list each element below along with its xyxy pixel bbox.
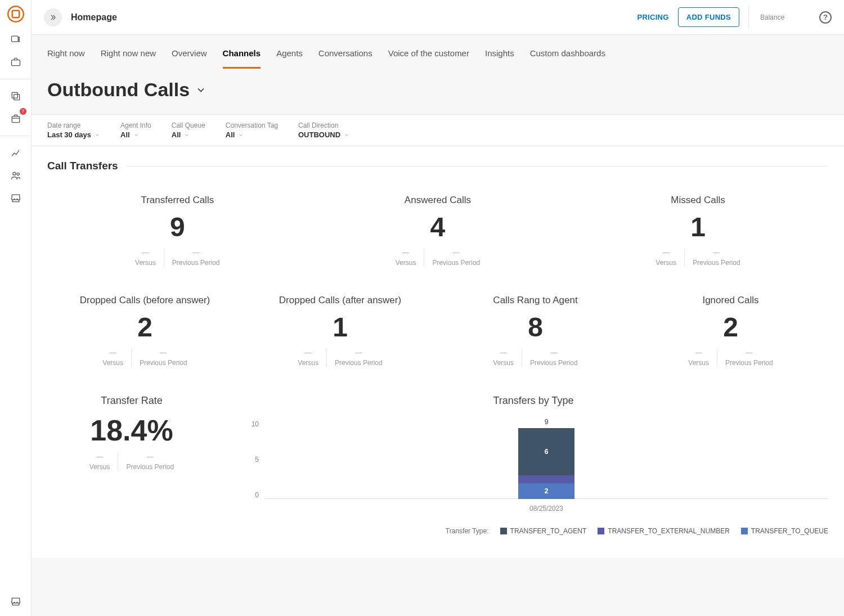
compare-versus: Versus xyxy=(89,463,110,471)
kpi-label: Calls Rang to Agent xyxy=(443,295,627,306)
chevron-down-icon xyxy=(133,132,139,138)
help-icon[interactable]: ? xyxy=(819,11,832,24)
collapse-button[interactable] xyxy=(44,8,62,26)
compare-dash: — xyxy=(160,349,167,357)
tab-voice[interactable]: Voice of the customer xyxy=(388,48,469,69)
compare-versus: Versus xyxy=(493,359,514,367)
pricing-link[interactable]: PRICING xyxy=(637,13,668,21)
tab-right-now-new[interactable]: Right now new xyxy=(101,48,156,69)
add-funds-button[interactable]: ADD FUNDS xyxy=(678,7,739,27)
compare-versus: Versus xyxy=(135,259,156,267)
compare-versus: Versus xyxy=(102,359,123,367)
legend-item[interactable]: TRANSFER_TO_EXTERNAL_NUMBER xyxy=(598,527,730,535)
compare-versus: Versus xyxy=(656,259,676,267)
legend-item[interactable]: TRANSFER_TO_QUEUE xyxy=(741,527,828,535)
chevron-down-icon xyxy=(344,132,349,138)
svg-point-11 xyxy=(17,173,19,175)
compare-dash: — xyxy=(713,249,720,257)
compare-versus: Versus xyxy=(298,359,318,367)
nav-inbox-icon[interactable] xyxy=(7,30,25,48)
chart-segment: 6 xyxy=(518,428,574,475)
kpi-card: Dropped Calls (after answer) 1 —Versus —… xyxy=(243,284,438,384)
sidebar: 7 xyxy=(0,0,32,616)
compare-dash: — xyxy=(110,349,116,357)
legend-swatch xyxy=(500,528,507,534)
compare-dash: — xyxy=(500,349,507,357)
chevron-down-icon xyxy=(195,84,206,96)
filters-bar: Date range Last 30 days Agent Info All C… xyxy=(32,114,844,146)
legend-label: TRANSFER_TO_EXTERNAL_NUMBER xyxy=(608,527,730,535)
svg-point-5 xyxy=(19,41,20,42)
tab-conversations[interactable]: Conversations xyxy=(318,48,372,69)
app-logo[interactable] xyxy=(7,6,24,23)
legend-item[interactable]: TRANSFER_TO_AGENT xyxy=(500,527,587,535)
kpi-value: 9 xyxy=(53,214,302,241)
page-title-text: Outbound Calls xyxy=(47,79,190,101)
compare-dash: — xyxy=(305,349,312,357)
kpi-card: Ignored Calls 2 —Versus —Previous Period xyxy=(633,284,828,384)
compare-previous: Previous Period xyxy=(140,359,187,367)
nav-analytics-icon[interactable] xyxy=(7,144,25,162)
legend-label: TRANSFER_TO_AGENT xyxy=(510,527,587,535)
nav-store2-icon[interactable] xyxy=(7,592,25,610)
chart-plot-area: 26908/25/2023 xyxy=(264,420,828,510)
transfer-rate-card: Transfer Rate 18.4% —Versus —Previous Pe… xyxy=(47,395,216,471)
nav-people-icon[interactable] xyxy=(7,167,25,185)
compare-previous: Previous Period xyxy=(432,259,480,267)
filter-value: Last 30 days xyxy=(47,131,91,139)
sidebar-badge: 7 xyxy=(20,108,26,115)
chart-x-label: 08/25/2023 xyxy=(529,505,563,512)
tab-insights[interactable]: Insights xyxy=(485,48,514,69)
nav-briefcase-icon[interactable] xyxy=(7,53,25,71)
filter-agent-info[interactable]: Agent Info All xyxy=(120,122,151,139)
kpi-row-1: Transferred Calls 9 —Versus —Previous Pe… xyxy=(47,183,828,284)
tab-custom-dashboards[interactable]: Custom dashboards xyxy=(530,48,605,69)
compare-dash: — xyxy=(663,249,670,257)
tabs-nav: Right now Right now new Overview Channel… xyxy=(32,35,844,69)
divider xyxy=(126,166,828,167)
nav-copy-icon[interactable] xyxy=(7,87,25,105)
compare-dash: — xyxy=(147,453,154,461)
nav-package-icon[interactable]: 7 xyxy=(7,110,25,128)
compare-versus: Versus xyxy=(396,259,416,267)
kpi-value: 2 xyxy=(53,314,237,341)
y-tick: 10 xyxy=(252,420,259,428)
tab-overview[interactable]: Overview xyxy=(172,48,207,69)
tab-agents[interactable]: Agents xyxy=(276,48,303,69)
compare-versus: Versus xyxy=(688,359,709,367)
svg-rect-7 xyxy=(12,92,17,98)
page-title-dropdown[interactable]: Outbound Calls xyxy=(47,79,828,101)
filter-conversation-tag[interactable]: Conversation Tag All xyxy=(226,122,278,139)
svg-point-4 xyxy=(19,39,20,40)
kpi-card: Transferred Calls 9 —Versus —Previous Pe… xyxy=(47,183,308,284)
compare-dash: — xyxy=(453,249,460,257)
tab-channels[interactable]: Channels xyxy=(223,48,261,69)
kpi-value: 1 xyxy=(573,214,823,241)
kpi-value: 4 xyxy=(313,214,563,241)
compare-previous: Previous Period xyxy=(530,359,578,367)
chart-segment: 2 xyxy=(518,483,574,499)
svg-point-0 xyxy=(8,6,24,22)
compare-previous: Previous Period xyxy=(693,259,740,267)
chart-bar-total: 9 xyxy=(545,418,549,426)
kpi-value: 2 xyxy=(639,314,823,341)
filter-call-direction[interactable]: Call Direction OUTBOUND xyxy=(298,122,349,139)
balance-label: Balance xyxy=(748,6,810,29)
compare-previous: Previous Period xyxy=(172,259,220,267)
legend-swatch xyxy=(598,528,604,534)
kpi-value: 8 xyxy=(443,314,627,341)
compare-dash: — xyxy=(142,249,149,257)
nav-store-icon[interactable] xyxy=(7,189,25,207)
section-title: Call Transfers xyxy=(47,160,118,172)
filter-call-queue[interactable]: Call Queue All xyxy=(172,122,205,139)
legend-label: TRANSFER_TO_QUEUE xyxy=(751,527,828,535)
kpi-label: Transferred Calls xyxy=(53,195,302,206)
topbar: Homepage PRICING ADD FUNDS Balance ? xyxy=(32,0,844,35)
compare-dash: — xyxy=(550,349,557,357)
y-tick: 0 xyxy=(255,491,259,499)
legend-swatch xyxy=(741,528,748,534)
chart-title: Transfers by Type xyxy=(239,395,828,407)
filter-label: Call Queue xyxy=(172,122,205,129)
tab-right-now[interactable]: Right now xyxy=(47,48,85,69)
filter-date-range[interactable]: Date range Last 30 days xyxy=(47,122,100,139)
